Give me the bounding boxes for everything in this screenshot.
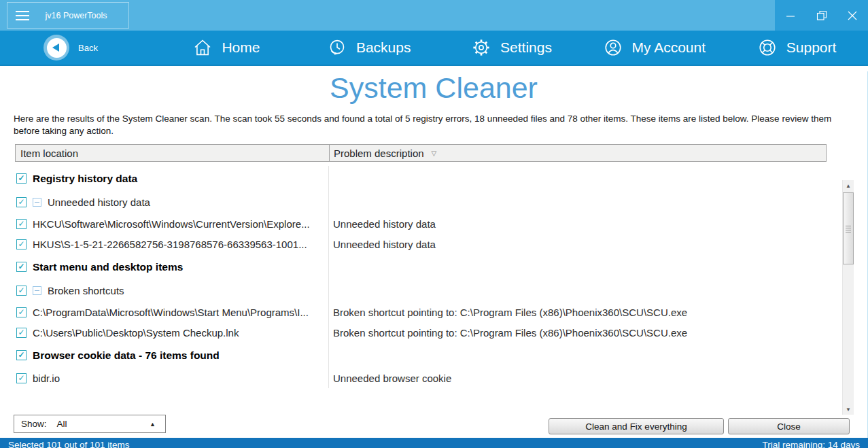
problem-description-text: Broken shortcut pointing to: C:\Program … (328, 327, 827, 339)
nav-item-label: Backups (356, 39, 411, 56)
row-checkbox[interactable]: ✓ (16, 173, 27, 184)
dropdown-up-arrow-icon: ▲ (150, 421, 156, 428)
nav-item-support[interactable]: Support (725, 37, 868, 58)
table-row[interactable]: ✓bidr.ioUnneeded browser cookie (15, 368, 827, 388)
titlebar: jv16 PowerTools (0, 0, 868, 31)
row-checkbox[interactable]: ✓ (16, 286, 27, 296)
nav-item-backups[interactable]: Backups (298, 37, 440, 58)
nav-item-label: Support (786, 39, 837, 56)
item-location-cell: ✓Browser cookie data - 76 items found (15, 349, 328, 362)
back-icon (44, 35, 69, 61)
item-location-cell: ✓C:\Users\Public\Desktop\System Checkup.… (15, 327, 328, 339)
table-row[interactable]: ✓HKUS\S-1-5-21-2266582756-3198768576-663… (15, 234, 827, 254)
item-location-text: HKUS\S-1-5-21-2266582756-3198768576-6633… (33, 239, 307, 250)
back-button[interactable]: Back (0, 35, 155, 61)
problem-description-text: Broken shortcut pointing to: C:\Program … (328, 307, 827, 318)
vertical-scrollbar[interactable]: ▲ ▼ (842, 180, 854, 415)
account-icon (603, 37, 623, 58)
table-row[interactable]: ✓Start menu and desktop items (15, 254, 827, 279)
show-filter-dropdown[interactable]: Show: All ▲ (14, 415, 166, 433)
page-title: System Cleaner (0, 71, 867, 105)
maximize-button[interactable] (806, 0, 837, 31)
row-checkbox[interactable]: ✓ (16, 219, 27, 229)
row-checkbox[interactable]: ✓ (16, 239, 27, 249)
item-location-text: C:\Users\Public\Desktop\System Checkup.l… (33, 327, 239, 339)
minimize-button[interactable] (775, 0, 806, 31)
column-header-item-location[interactable]: Item location (16, 145, 329, 161)
close-dialog-button[interactable]: Close (728, 418, 850, 434)
row-checkbox[interactable]: ✓ (16, 197, 27, 207)
problem-description-text: Unneeded history data (328, 239, 827, 250)
row-checkbox[interactable]: ✓ (16, 307, 27, 317)
row-checkbox[interactable]: ✓ (16, 350, 27, 360)
item-location-cell: ✓HKCU\Software\Microsoft\Windows\Current… (15, 218, 328, 230)
table-row[interactable]: ✓C:\ProgramData\Microsoft\Windows\Start … (15, 302, 827, 322)
close-button[interactable] (837, 0, 868, 31)
table-row[interactable]: ✓Browser cookie data - 76 items found (15, 343, 827, 368)
show-selected-value: All (57, 419, 67, 429)
minimize-icon (786, 11, 795, 20)
home-icon (192, 37, 213, 58)
nav-item-settings[interactable]: Settings (440, 37, 583, 58)
item-location-text: Registry history data (33, 173, 137, 185)
item-location-text: Unneeded history data (48, 196, 150, 208)
show-label: Show: (21, 419, 47, 429)
row-checkbox[interactable]: ✓ (16, 328, 27, 338)
hamburger-menu-icon[interactable] (16, 11, 29, 20)
table-header: Item location Problem description ▽ (15, 144, 827, 162)
gear-icon (471, 37, 491, 58)
app-menu-box[interactable]: jv16 PowerTools (7, 2, 129, 29)
problem-description-text: Unneeded browser cookie (328, 373, 827, 384)
table-row[interactable]: ✓C:\Users\Public\Desktop\System Checkup.… (15, 322, 827, 343)
table-row[interactable]: ✓Unneeded history data (15, 191, 827, 213)
nav-item-label: Home (222, 39, 260, 56)
app-title: jv16 PowerTools (29, 11, 128, 20)
navbar: Back Home Backups (0, 31, 868, 66)
item-location-text: C:\ProgramData\Microsoft\Windows\Start M… (33, 307, 309, 318)
scan-summary-text: Here are the results of the System Clean… (14, 113, 850, 137)
scrollbar-thumb[interactable] (843, 192, 854, 264)
maximize-icon (816, 10, 827, 21)
item-location-cell: ✓Broken shortcuts (15, 285, 328, 296)
history-icon (327, 37, 347, 58)
selected-count-text: Selected 101 out of 101 items (8, 440, 130, 448)
trial-remaining-text: Trial remaining: 14 days (762, 440, 860, 448)
support-lifering-icon (757, 37, 778, 58)
item-location-cell: ✓Start menu and desktop items (15, 261, 328, 273)
item-location-text: Start menu and desktop items (33, 261, 183, 273)
scroll-down-button[interactable]: ▼ (843, 404, 854, 415)
item-location-text: bidr.io (33, 373, 60, 384)
row-checkbox[interactable]: ✓ (16, 262, 27, 272)
scroll-up-button[interactable]: ▲ (843, 180, 854, 191)
table-row[interactable]: ✓Broken shortcuts (15, 279, 827, 302)
collapse-toggle-icon[interactable] (33, 198, 41, 207)
window-controls (775, 0, 868, 31)
item-location-text: Broken shortcuts (48, 285, 124, 296)
table-row[interactable]: ✓Registry history data (15, 166, 827, 191)
problem-description-text: Unneeded history data (328, 218, 827, 230)
table-row[interactable]: ✓HKCU\Software\Microsoft\Windows\Current… (15, 213, 827, 234)
item-location-cell: ✓Unneeded history data (15, 196, 328, 208)
results-list: ✓Registry history data✓Unneeded history … (15, 166, 827, 388)
row-checkbox[interactable]: ✓ (16, 373, 27, 383)
main-content: System Cleaner Here are the results of t… (0, 71, 868, 438)
column-header-problem-description[interactable]: Problem description ▽ (329, 145, 826, 161)
nav-item-label: My Account (632, 39, 706, 56)
nav-item-home[interactable]: Home (155, 37, 298, 58)
back-label: Back (78, 43, 98, 53)
nav-item-label: Settings (500, 39, 552, 56)
close-icon (848, 11, 857, 20)
statusbar: Selected 101 out of 101 items Trial rema… (0, 438, 868, 448)
item-location-text: Browser cookie data - 76 items found (33, 349, 220, 362)
nav-item-my-account[interactable]: My Account (583, 37, 725, 58)
item-location-cell: ✓bidr.io (15, 373, 328, 384)
item-location-cell: ✓HKUS\S-1-5-21-2266582756-3198768576-663… (15, 239, 328, 250)
item-location-cell: ✓Registry history data (15, 173, 328, 185)
item-location-cell: ✓C:\ProgramData\Microsoft\Windows\Start … (15, 307, 328, 318)
item-location-text: HKCU\Software\Microsoft\Windows\CurrentV… (33, 218, 310, 230)
collapse-toggle-icon[interactable] (33, 286, 41, 295)
sort-descending-icon: ▽ (432, 150, 437, 157)
clean-and-fix-button[interactable]: Clean and Fix everything (549, 418, 724, 434)
